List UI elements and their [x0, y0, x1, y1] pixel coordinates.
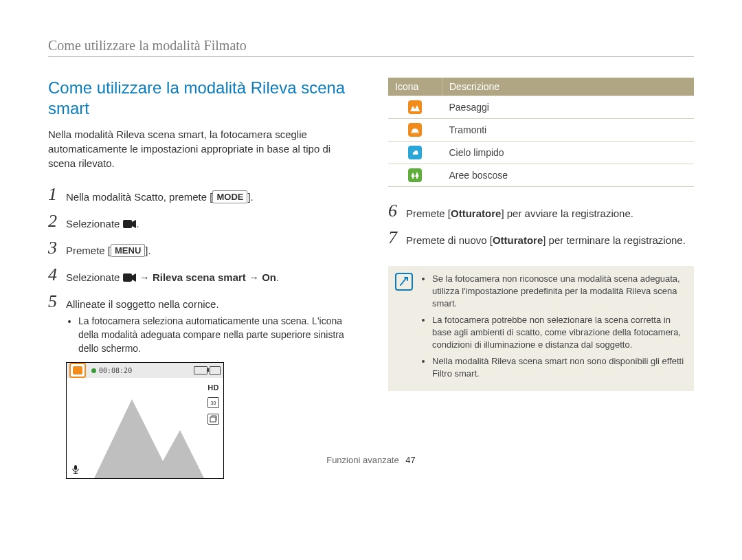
table-row: Cielo limpido	[388, 142, 694, 164]
step-number: 2	[48, 212, 66, 232]
right-column: Icona Descrizione Paesaggi Tramonti	[388, 78, 694, 479]
table-row: Aree boscose	[388, 164, 694, 187]
record-time: 00:08:20	[99, 367, 132, 374]
step-bold: → Rileva scena smart → On	[137, 271, 276, 283]
movie-icon	[123, 273, 137, 282]
note-item: Se la fotocamera non riconosce una modal…	[432, 273, 684, 310]
svg-rect-0	[123, 220, 132, 228]
step-text: Selezionate	[66, 271, 123, 283]
intro-paragraph: Nella modalità Rileva scena smart, la fo…	[48, 127, 354, 170]
step-number: 7	[388, 229, 406, 249]
svg-rect-6	[416, 177, 418, 179]
table-header-icon: Icona	[388, 78, 442, 96]
scene-icon-table: Icona Descrizione Paesaggi Tramonti	[388, 78, 694, 187]
table-cell: Cielo limpido	[442, 142, 695, 164]
table-row: Paesaggi	[388, 96, 694, 119]
record-indicator-icon	[91, 368, 96, 373]
mode-button-label: MODE	[212, 190, 247, 203]
step-text: Premete [	[66, 245, 111, 256]
fps-indicator-icon: 30	[207, 397, 219, 408]
note-icon	[395, 273, 413, 291]
clear-sky-icon	[408, 146, 422, 159]
step-2: 2 Selezionate .	[48, 212, 354, 232]
svg-rect-2	[210, 417, 216, 422]
scene-mode-icon	[69, 363, 86, 378]
note-box: Se la fotocamera non riconosce una modal…	[388, 266, 694, 391]
step-number: 6	[388, 202, 406, 222]
svg-rect-3	[74, 465, 77, 470]
movie-icon	[123, 219, 137, 229]
step-text: Selezionate	[66, 218, 123, 229]
forest-icon	[408, 168, 422, 182]
storage-icon	[210, 366, 221, 375]
step-5: 5 Allineate il soggetto nella cornice. L…	[48, 293, 354, 355]
step-sub: La fotocamera seleziona automaticamente …	[78, 314, 354, 355]
step-text: Premete [	[406, 208, 451, 219]
landscape-icon	[408, 100, 422, 114]
table-cell: Tramonti	[442, 119, 695, 142]
section-header: Come utilizzare la modalità Filmato	[48, 38, 694, 57]
note-item: La fotocamera potrebbe non selezionare l…	[432, 314, 684, 351]
table-cell: Aree boscose	[442, 164, 695, 187]
sunset-icon	[408, 123, 422, 137]
step-text: Allineate il soggetto nella cornice.	[66, 298, 219, 310]
hd-indicator: HD	[207, 383, 219, 392]
table-cell: Paesaggi	[442, 96, 695, 119]
step-4: 4 Selezionate → Rileva scena smart → On.	[48, 266, 354, 286]
step-7: 7 Premete di nuovo [Otturatore] per term…	[388, 229, 694, 249]
step-bold: Otturatore	[493, 234, 543, 246]
step-3: 3 Premete [MENU].	[48, 239, 354, 259]
step-6: 6 Premete [Otturatore] per avviare la re…	[388, 202, 694, 222]
left-column: Come utilizzare la modalità Rileva scena…	[48, 78, 354, 479]
page-title: Come utilizzare la modalità Rileva scena…	[48, 78, 354, 119]
footer-label: Funzioni avanzate	[326, 455, 399, 465]
table-header-desc: Descrizione	[442, 78, 695, 96]
battery-icon	[194, 366, 207, 374]
stabilizer-icon	[207, 414, 219, 425]
svg-rect-5	[412, 177, 414, 179]
step-number: 1	[48, 186, 66, 205]
manual-page: Come utilizzare la modalità Filmato Come…	[0, 0, 742, 479]
step-number: 4	[48, 266, 66, 286]
table-row: Tramonti	[388, 119, 694, 142]
step-number: 3	[48, 239, 66, 259]
microphone-icon	[71, 464, 80, 474]
page-footer: Funzioni avanzate 47	[0, 455, 742, 465]
svg-rect-4	[411, 133, 419, 133]
step-number: 5	[48, 293, 66, 355]
note-item: Nella modalità Rileva scena smart non so…	[432, 355, 684, 380]
svg-rect-1	[123, 273, 132, 282]
step-1: 1 Nella modalità Scatto, premete [MODE].	[48, 186, 354, 205]
step-text: Nella modalità Scatto, premete [	[66, 191, 212, 203]
step-text: Premete di nuovo [	[406, 234, 493, 246]
step-bold: Otturatore	[451, 208, 501, 219]
page-number: 47	[405, 455, 415, 465]
menu-button-label: MENU	[111, 244, 145, 257]
